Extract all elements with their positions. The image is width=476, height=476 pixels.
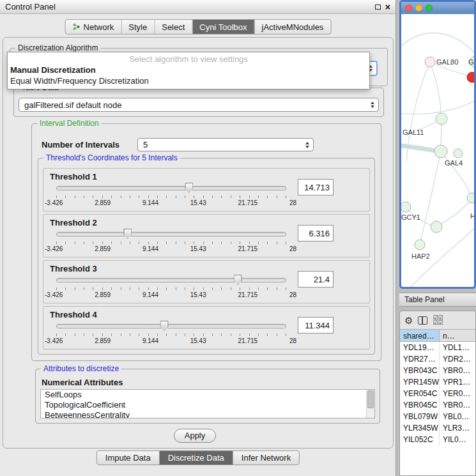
- tick-label: 21.715: [238, 199, 258, 206]
- cyni-toolbox-panel: Discretization Algorithm Select algorith…: [3, 37, 394, 449]
- table-row[interactable]: YBL079W YBL0…: [400, 411, 475, 422]
- cell-name[interactable]: YLR3…: [440, 422, 475, 434]
- tab-network[interactable]: Network: [66, 20, 122, 34]
- network-graph-canvas[interactable]: GAL80 GA GAL11 GAL4 GCY1 HAP2 H: [401, 14, 474, 287]
- slider-thumb[interactable]: [123, 229, 132, 239]
- table-row[interactable]: YLR345W YLR3…: [400, 422, 475, 434]
- slider-thumb[interactable]: [234, 275, 242, 285]
- slider-tick-labels: -3.426 2.859 9.144 15.43 21.715 28: [45, 199, 296, 206]
- tab-discretize-data[interactable]: Discretize Data: [160, 451, 233, 464]
- threshold-1-slider[interactable]: [56, 182, 286, 194]
- node-unlabeled[interactable]: [454, 149, 463, 158]
- list-item[interactable]: BetweennessCentrality: [41, 410, 374, 418]
- node-selected-red[interactable]: [467, 72, 474, 82]
- cell-name[interactable]: YDL1…: [440, 342, 475, 353]
- column-header-name[interactable]: n…: [440, 330, 475, 341]
- cell-shared-name[interactable]: YBR043C: [400, 365, 440, 376]
- cell-name[interactable]: YDR2…: [440, 353, 475, 365]
- cell-name[interactable]: YBR0…: [440, 365, 475, 376]
- table-header-row: shared… n…: [400, 329, 475, 342]
- slider-track[interactable]: [56, 232, 286, 236]
- slider-tick-labels: -3.426 2.859 9.144 15.43 21.715 28: [45, 291, 296, 298]
- select-columns-icon[interactable]: ☑☑☑☑: [433, 315, 447, 325]
- table-row[interactable]: YDR27… YDR2…: [400, 353, 475, 365]
- table-row[interactable]: YBR043C YBR0…: [400, 365, 475, 376]
- tick-label: 28: [289, 291, 296, 298]
- tab-impute-data[interactable]: Impute Data: [97, 451, 160, 464]
- cell-shared-name[interactable]: YBR045C: [400, 399, 440, 411]
- close-icon[interactable]: ×: [385, 3, 390, 11]
- show-columns-icon[interactable]: [418, 316, 427, 325]
- threshold-panel-1: Threshold 1 -3.426 2.859 9.144 15.43 21.…: [43, 168, 370, 211]
- control-panel-titlebar: Control Panel ×: [0, 0, 395, 14]
- slider-track[interactable]: [56, 186, 286, 190]
- tick-label: 9.144: [142, 199, 158, 206]
- node-gcy1[interactable]: [401, 202, 411, 212]
- list-item[interactable]: SelfLoops: [41, 390, 374, 400]
- table-row[interactable]: YDL19… YDL1…: [400, 342, 475, 353]
- number-of-intervals-combobox[interactable]: 5: [137, 138, 314, 151]
- algorithm-dropdown-popup: Select algorithm to view settings Manual…: [7, 52, 370, 89]
- list-scrollbar[interactable]: [366, 390, 374, 418]
- threshold-4-value-field[interactable]: 11.344: [298, 317, 334, 334]
- table-data-combobox[interactable]: galFiltered.sif default node: [19, 98, 379, 112]
- zoom-traffic-light[interactable]: [426, 4, 433, 12]
- tab-jactivemnodules[interactable]: jActiveMNodules: [255, 20, 331, 34]
- cell-shared-name[interactable]: YLR345W: [400, 422, 440, 434]
- cell-name[interactable]: YBL0…: [440, 411, 475, 422]
- cell-name[interactable]: YER0…: [440, 388, 475, 399]
- minimize-traffic-light[interactable]: [415, 4, 422, 12]
- gear-icon[interactable]: ⚙: [404, 316, 413, 325]
- column-header-shared-name[interactable]: shared…: [400, 330, 440, 341]
- algorithm-option-manual[interactable]: Manual Discretization: [8, 65, 369, 75]
- close-traffic-light[interactable]: [405, 4, 412, 12]
- node-unlabeled[interactable]: [431, 221, 442, 233]
- node-gal11[interactable]: [436, 113, 447, 125]
- list-item[interactable]: TopologicalCoefficient: [41, 400, 374, 410]
- network-tab-icon: [73, 23, 81, 31]
- threshold-3-label: Threshold 3: [50, 264, 97, 273]
- table-row[interactable]: YER054C YER0…: [400, 388, 475, 399]
- apply-button[interactable]: Apply: [174, 429, 216, 443]
- node-gal80[interactable]: [425, 57, 435, 67]
- node-hap2[interactable]: [415, 240, 425, 250]
- slider-track[interactable]: [56, 278, 286, 282]
- threshold-2-slider[interactable]: [56, 228, 286, 240]
- threshold-3-slider[interactable]: [56, 274, 286, 286]
- tab-cyni-toolbox[interactable]: Cyni Toolbox: [192, 20, 254, 34]
- table-row[interactable]: YPR145W YPR1…: [400, 376, 475, 388]
- tab-infer-network[interactable]: Infer Network: [233, 451, 299, 464]
- cell-shared-name[interactable]: YIL052C: [400, 434, 440, 445]
- slider-track[interactable]: [56, 324, 286, 328]
- node-label-gal4: GAL4: [445, 159, 463, 167]
- restore-icon[interactable]: [375, 4, 381, 10]
- tab-style-label: Style: [128, 22, 147, 32]
- tick-label: 28: [289, 337, 296, 344]
- tick-label: 28: [289, 199, 296, 206]
- table-row[interactable]: YBR045C YBR0…: [400, 399, 475, 411]
- threshold-2-value-field[interactable]: 6.316: [298, 225, 334, 242]
- algorithm-option-equal-width[interactable]: Equal Width/Frequency Discretization: [8, 75, 369, 86]
- cell-shared-name[interactable]: YPR145W: [400, 376, 440, 388]
- cell-shared-name[interactable]: YBL079W: [400, 411, 440, 422]
- cell-shared-name[interactable]: YER054C: [400, 388, 440, 399]
- tick-label: 28: [289, 245, 296, 252]
- cell-name[interactable]: YBR0…: [440, 399, 475, 411]
- cell-shared-name[interactable]: YDR27…: [400, 353, 440, 365]
- slider-thumb[interactable]: [185, 183, 193, 193]
- threshold-3-value-field[interactable]: 21.4: [298, 271, 334, 288]
- slider-thumb[interactable]: [160, 321, 169, 331]
- tab-select[interactable]: Select: [155, 20, 192, 34]
- threshold-4-slider[interactable]: [56, 320, 286, 332]
- cell-shared-name[interactable]: YDL19…: [400, 342, 440, 353]
- table-row[interactable]: YIL052C YIL0…: [400, 434, 475, 445]
- node-unlabeled[interactable]: [467, 193, 474, 203]
- number-of-intervals-label: Number of Intervals: [42, 140, 119, 150]
- bottom-tab-bar: Impute Data Discretize Data Infer Networ…: [96, 450, 300, 465]
- tab-style[interactable]: Style: [121, 20, 155, 34]
- scrollbar-thumb[interactable]: [367, 390, 374, 408]
- cell-name[interactable]: YPR1…: [440, 376, 475, 388]
- node-gal4[interactable]: [434, 145, 447, 158]
- cell-name[interactable]: YIL0…: [440, 434, 475, 445]
- threshold-1-value-field[interactable]: 14.713: [298, 179, 334, 196]
